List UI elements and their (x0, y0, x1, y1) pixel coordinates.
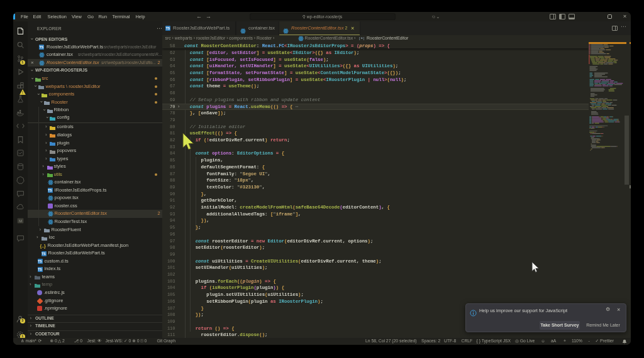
svg-text:!: ! (22, 90, 23, 95)
svg-text:M: M (19, 219, 22, 222)
